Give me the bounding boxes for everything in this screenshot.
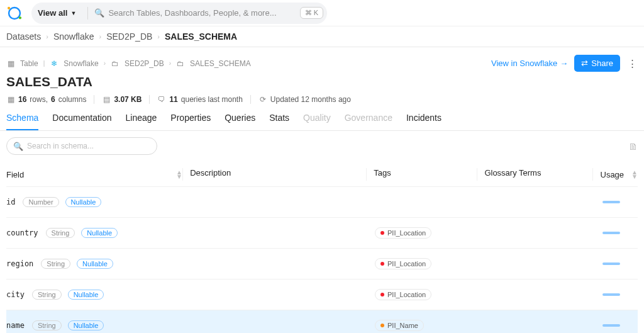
schema-search: 🔍	[6, 137, 157, 155]
share-button[interactable]: ⇄ Share	[574, 55, 620, 72]
column-header-usage[interactable]: Usage	[601, 170, 625, 179]
divider	[87, 7, 88, 20]
entity-meta: ▦ 16 rows, 6 columns ▤ 3.07 KB 🗨 11 quer…	[6, 95, 638, 104]
sort-icon[interactable]: ▲▼	[176, 170, 182, 179]
usage-bar	[602, 232, 620, 234]
kebab-icon: ⋮	[628, 58, 637, 69]
column-header-tags[interactable]: Tags	[374, 168, 391, 178]
field-usage	[602, 293, 638, 296]
usage-bar	[602, 201, 620, 203]
document-icon: 🗎	[628, 141, 638, 152]
table-header: Field ▲▼ Description Tags Glossary Terms…	[6, 162, 638, 187]
keyboard-shortcut-hint: ⌘ K	[300, 7, 323, 19]
tag-pill[interactable]: PII_Location	[375, 227, 431, 239]
tab-stats[interactable]: Stats	[269, 113, 289, 130]
folder-icon: 🗀	[176, 59, 185, 68]
meta-size: ▤ 3.07 KB	[102, 95, 142, 104]
tag-dot-icon	[380, 293, 384, 296]
table-row[interactable]: nameStringNullablePII_Name	[6, 310, 638, 333]
nullable-pill: Nullable	[81, 228, 118, 238]
usage-bar	[602, 262, 620, 265]
field-name: name	[6, 321, 25, 330]
tab-lineage[interactable]: Lineage	[126, 113, 157, 130]
table-row[interactable]: regionStringNullablePII_Location	[6, 249, 638, 279]
field-tags: PII_Name	[375, 320, 478, 331]
search-scope-dropdown[interactable]: View all ▼	[38, 8, 76, 18]
svg-point-1	[8, 6, 10, 9]
field-name: id	[6, 198, 15, 206]
tab-properties[interactable]: Properties	[170, 113, 211, 130]
tab-schema[interactable]: Schema	[6, 113, 38, 130]
tab-documentation[interactable]: Documentation	[52, 113, 111, 130]
type-pill: String	[46, 228, 75, 238]
sort-icon[interactable]: ▲▼	[631, 170, 638, 179]
column-header-field[interactable]: Field	[6, 170, 24, 179]
global-search-input[interactable]	[108, 8, 299, 18]
chat-icon: 🗨	[157, 95, 166, 104]
snowflake-icon: ❄	[50, 59, 58, 68]
tab-queries[interactable]: Queries	[225, 113, 255, 130]
breadcrumb-current: SALES_SCHEMA	[165, 31, 237, 42]
meta-updated: ⟳ Updated 12 months ago	[258, 95, 351, 104]
chevron-right-icon: ›	[46, 33, 48, 40]
search-scope-label: View all	[38, 8, 67, 18]
folder-icon: 🗀	[111, 59, 119, 68]
nullable-pill: Nullable	[77, 259, 113, 269]
nullable-pill: Nullable	[65, 197, 102, 207]
tab-quality: Quality	[303, 113, 331, 130]
svg-point-2	[19, 16, 21, 19]
tag-dot-icon	[380, 324, 384, 327]
tag-pill[interactable]: PII_Location	[375, 258, 431, 269]
nullable-pill: Nullable	[68, 320, 104, 330]
divider	[250, 95, 251, 104]
usage-bar	[602, 293, 620, 296]
breadcrumb: Datasets › Snowflake › SED2P_DB › SALES_…	[0, 26, 644, 47]
table-row[interactable]: countryStringNullablePII_Location	[6, 218, 638, 249]
view-in-source-link[interactable]: View in Snowflake →	[491, 59, 568, 68]
breadcrumb-item[interactable]: SED2P_DB	[106, 31, 152, 42]
share-icon: ⇄	[581, 59, 588, 68]
storage-icon: ▤	[102, 95, 111, 104]
divider	[149, 95, 150, 104]
type-pill: String	[32, 290, 62, 300]
breadcrumb-item[interactable]: Datasets	[6, 31, 41, 42]
field-tags: PII_Location	[375, 227, 478, 239]
field-name: city	[6, 290, 25, 299]
entity-platform-label[interactable]: Snowflake	[64, 59, 98, 68]
field-name: region	[6, 259, 33, 268]
field-tags: PII_Location	[375, 289, 478, 300]
field-usage	[602, 201, 638, 203]
field-tags: PII_Location	[375, 258, 478, 269]
tab-bar: SchemaDocumentationLineagePropertiesQuer…	[6, 113, 638, 130]
chevron-right-icon: ›	[169, 60, 171, 67]
chevron-right-icon: ›	[157, 33, 160, 40]
column-header-description[interactable]: Description	[190, 168, 231, 178]
global-search: View all ▼ 🔍 ⌘ K	[31, 3, 327, 24]
column-header-glossary[interactable]: Glossary Terms	[484, 168, 541, 178]
column-settings-button[interactable]: 🗎	[628, 141, 638, 152]
usage-bar	[602, 324, 620, 327]
search-icon: 🔍	[13, 142, 23, 151]
entity-type-label: Table	[20, 59, 38, 68]
tag-pill[interactable]: PII_Location	[375, 289, 431, 300]
arrow-right-icon: →	[560, 59, 568, 68]
tab-incidents[interactable]: Incidents	[406, 113, 441, 130]
clock-icon: ⟳	[258, 95, 267, 104]
search-icon: 🔍	[94, 8, 104, 18]
table-row[interactable]: idNumberNullable	[6, 187, 638, 218]
breadcrumb-item[interactable]: Snowflake	[53, 31, 94, 42]
chevron-right-icon: ›	[104, 60, 106, 67]
tab-governance: Governance	[345, 113, 392, 130]
schema-search-input[interactable]	[27, 142, 150, 150]
nullable-pill: Nullable	[68, 290, 104, 300]
table-icon: ▦	[6, 59, 15, 68]
entity-path-item[interactable]: SED2P_DB	[125, 59, 164, 68]
tag-pill[interactable]: PII_Name	[375, 320, 424, 331]
type-pill: String	[41, 259, 70, 269]
entity-title: SALES_DATA	[6, 74, 92, 89]
more-menu-button[interactable]: ⋮	[626, 57, 638, 71]
table-row[interactable]: cityStringNullablePII_Location	[6, 279, 638, 310]
field-usage	[602, 262, 638, 265]
app-logo[interactable]	[6, 5, 23, 21]
entity-path-item[interactable]: SALES_SCHEMA	[190, 59, 251, 68]
